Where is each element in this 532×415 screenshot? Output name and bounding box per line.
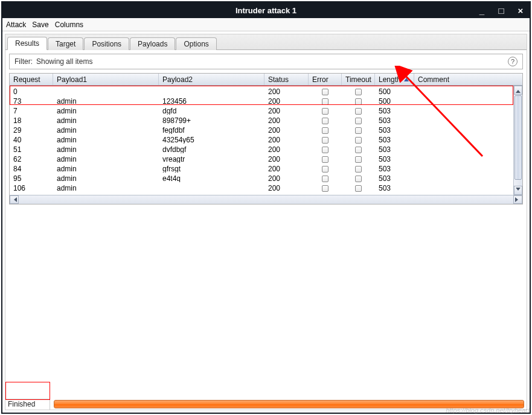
checkbox-icon	[355, 98, 362, 105]
menu-attack[interactable]: Attack	[6, 21, 26, 29]
tab-positions[interactable]: Positions	[84, 37, 129, 50]
table-row[interactable]: 40admin43254y65200503	[10, 134, 522, 144]
cell-status: 200	[264, 95, 309, 105]
scroll-down-button[interactable]	[514, 186, 522, 195]
cell-timeout	[342, 115, 375, 124]
col-timeout[interactable]: Timeout	[342, 74, 375, 85]
cell-timeout	[342, 144, 375, 153]
cell-error	[309, 115, 342, 124]
cell-error	[309, 144, 342, 153]
vertical-scrollbar[interactable]	[513, 86, 522, 195]
cell-status: 200	[264, 192, 309, 195]
help-icon[interactable]: ?	[508, 57, 518, 66]
checkbox-icon	[322, 137, 328, 144]
cell-comment	[414, 124, 522, 134]
checkbox-icon	[355, 89, 362, 95]
tab-target[interactable]: Target	[48, 37, 83, 50]
cell-payload1	[53, 86, 159, 95]
table-row[interactable]: 7admindgfd200503	[10, 105, 522, 115]
cell-error	[309, 95, 342, 105]
cell-comment	[414, 192, 522, 195]
scroll-up-button[interactable]	[514, 86, 522, 95]
menu-columns[interactable]: Columns	[55, 21, 83, 29]
table-row[interactable]: 117admin200503	[10, 192, 522, 195]
checkbox-icon	[322, 147, 328, 153]
cell-payload2: dvfdbgf	[159, 144, 264, 153]
cell-timeout	[342, 182, 375, 192]
cell-error	[309, 192, 342, 195]
cell-payload2: dgfd	[159, 105, 264, 115]
scroll-right-button[interactable]	[513, 195, 522, 204]
cell-length: 503	[375, 182, 414, 192]
checkbox-icon	[322, 98, 328, 105]
col-payload1[interactable]: Payload1	[53, 74, 159, 85]
cell-error	[309, 153, 342, 163]
cell-payload2: vreagtr	[159, 153, 264, 163]
tab-options[interactable]: Options	[176, 37, 216, 50]
checkbox-icon	[322, 108, 328, 115]
cell-payload1: admin	[53, 182, 159, 192]
table-row[interactable]: 106admin200503	[10, 182, 522, 192]
cell-length: 503	[375, 124, 414, 134]
menu-save[interactable]: Save	[32, 21, 48, 29]
cell-length: 503	[375, 115, 414, 124]
cell-request: 29	[10, 124, 53, 134]
horizontal-scrollbar[interactable]	[10, 195, 522, 204]
col-length[interactable]: Length	[375, 74, 414, 85]
cell-status: 200	[264, 182, 309, 192]
cell-status: 200	[264, 86, 309, 95]
checkbox-icon	[322, 118, 328, 124]
cell-timeout	[342, 192, 375, 195]
cell-payload1: admin	[53, 124, 159, 134]
menubar: Attack Save Columns	[2, 18, 530, 31]
watermark: https://blog.csdn.net/tryheart	[446, 407, 530, 414]
table-row[interactable]: 51admindvfdbgf200503	[10, 144, 522, 153]
col-status[interactable]: Status	[264, 74, 309, 85]
table-row[interactable]: 84admingfrsgt200503	[10, 163, 522, 173]
filter-bar[interactable]: Filter: Showing all items ?	[9, 54, 523, 69]
cell-comment	[414, 144, 522, 153]
cell-length: 503	[375, 144, 414, 153]
filter-text: Showing all items	[36, 57, 92, 66]
checkbox-icon	[322, 176, 328, 182]
cell-comment	[414, 182, 522, 192]
cell-request: 7	[10, 105, 53, 115]
maximize-button[interactable]: □	[496, 5, 507, 16]
cell-error	[309, 134, 342, 144]
col-payload2[interactable]: Payload2	[159, 74, 264, 85]
cell-comment	[414, 163, 522, 173]
cell-request: 106	[10, 182, 53, 192]
titlebar[interactable]: Intruder attack 1 _ □ ×	[2, 2, 530, 18]
table-row[interactable]: 18admin898799+200503	[10, 115, 522, 124]
table-row[interactable]: 62adminvreagtr200503	[10, 153, 522, 163]
table-row[interactable]: 95admine4t4q200503	[10, 173, 522, 182]
scroll-left-button[interactable]	[10, 195, 19, 204]
cell-status: 200	[264, 153, 309, 163]
minimize-button[interactable]: _	[476, 5, 487, 16]
checkbox-icon	[355, 156, 362, 163]
checkbox-icon	[322, 89, 328, 95]
cell-error	[309, 124, 342, 134]
cell-request: 117	[10, 192, 53, 195]
cell-timeout	[342, 95, 375, 105]
close-button[interactable]: ×	[515, 5, 526, 16]
cell-status: 200	[264, 173, 309, 182]
cell-comment	[414, 115, 522, 124]
content-panel: Results Target Positions Payloads Option…	[5, 34, 527, 410]
cell-status: 200	[264, 144, 309, 153]
col-comment[interactable]: Comment	[414, 74, 522, 85]
table-row[interactable]: 73admin123456200500	[10, 95, 522, 105]
cell-payload1: admin	[53, 95, 159, 105]
col-error[interactable]: Error	[309, 74, 342, 85]
tab-results[interactable]: Results	[7, 37, 47, 50]
table-row[interactable]: 0200500	[10, 86, 522, 95]
tab-payloads[interactable]: Payloads	[130, 37, 175, 50]
cell-payload1: admin	[53, 173, 159, 182]
cell-request: 18	[10, 115, 53, 124]
scroll-thumb[interactable]	[514, 95, 522, 180]
table-row[interactable]: 29adminfegfdbf200503	[10, 124, 522, 134]
checkbox-icon	[355, 137, 362, 144]
col-request[interactable]: Request	[10, 74, 53, 85]
checkbox-icon	[355, 185, 362, 192]
status-label: Finished	[5, 399, 50, 410]
